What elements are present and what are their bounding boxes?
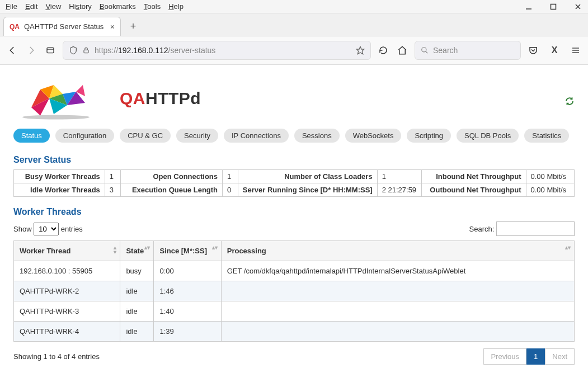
menu-bookmarks[interactable]: Bookmarks [100,2,136,11]
window-controls [522,1,585,12]
close-icon[interactable] [571,1,585,12]
status-value: 0.00 Mbit/s [526,170,574,183]
status-value: 3 [105,183,120,197]
forward-icon[interactable] [25,44,38,57]
show-label: Show [13,225,32,233]
menu-file[interactable]: File [6,2,17,11]
status-value: 0 [223,183,238,197]
nav-pill[interactable]: CPU & GC [120,129,171,143]
datatable-info: Showing 1 to 4 of 4 entries [13,352,100,361]
search-icon [421,46,429,54]
cell-state: busy [120,261,154,281]
tab-bar: QA QAHTTPd Server Status × + [0,13,588,36]
table-row: QAHTTPd-WRK-2idle1:46 [14,281,575,301]
svg-point-13 [22,115,90,120]
favicon-icon: QA [10,23,20,31]
nav-pills: StatusConfigurationCPU & GCSecurityIP Co… [13,129,575,143]
browser-menubar: File Edit View History Bookmarks Tools H… [0,0,588,13]
entries-label: entries [61,225,83,233]
datatable-footer: Showing 1 to 4 of 4 entries Previous 1 N… [13,348,575,365]
nav-pill[interactable]: Statistics [524,129,569,143]
nav-pill[interactable]: Scripting [407,129,451,143]
svg-line-9 [426,51,428,54]
cell-thread: QAHTTPd-WRK-3 [14,301,120,322]
status-label: Execution Queue Length [120,183,222,197]
reload-icon[interactable] [377,44,390,57]
minimize-icon[interactable] [522,1,535,12]
back-icon[interactable] [6,44,19,57]
table-row: 192.168.0.100 : 55905busy0:00GET /com/dk… [14,261,575,281]
status-table: Busy Worker Threads1Open Connections1Num… [13,169,575,197]
lock-icon[interactable] [82,46,90,54]
menu-view[interactable]: View [45,2,61,11]
nav-pill[interactable]: Configuration [55,129,114,143]
nav-pill[interactable]: IP Connections [224,129,289,143]
datatable-search-input[interactable] [496,221,575,236]
paginator: Previous 1 Next [483,348,575,365]
menu-edit[interactable]: Edit [25,2,37,11]
menu-tools[interactable]: Tools [144,2,161,11]
cell-thread: 192.168.0.100 : 55905 [14,261,120,281]
cell-since: 0:00 [154,261,221,281]
table-row: QAHTTPd-WRK-4idle1:39 [14,322,575,342]
sort-icon: ▴▾ [114,246,116,254]
cell-thread: QAHTTPd-WRK-2 [14,281,120,301]
bookmark-star-icon[interactable] [356,46,365,55]
menu-history[interactable]: History [69,2,91,11]
cell-state: idle [120,281,154,301]
browser-search-input[interactable]: Search [415,41,521,60]
table-row: QAHTTPd-WRK-3idle1:40 [14,301,575,322]
status-label: Idle Worker Threads [14,183,105,197]
browser-toolbar: https://192.168.0.112/server-status Sear… [0,36,588,65]
cell-state: idle [120,322,154,342]
nav-pill[interactable]: Security [176,129,218,143]
col-header[interactable]: Since [M*:SS]▴▾ [154,241,221,261]
nav-pill[interactable]: Status [13,129,50,143]
col-header[interactable]: Worker Thread▴▾ [14,241,120,261]
tab-title: QAHTTPd Server Status [24,22,106,31]
page-refresh-icon[interactable] [565,96,575,106]
status-value: 1 [105,170,120,183]
window-icon[interactable] [44,44,57,57]
url-bar[interactable]: https://192.168.0.112/server-status [63,41,371,60]
new-tab-button[interactable]: + [125,18,141,34]
maximize-icon[interactable] [547,1,560,12]
cell-since: 1:46 [154,281,221,301]
cell-processing [221,322,574,342]
status-label: Server Running Since [D* HH:MM:SS] [238,183,377,197]
svg-marker-7 [356,46,364,54]
home-icon[interactable] [396,44,409,57]
section-title-status: Server Status [13,155,575,165]
app-header: QAHTTPd [13,70,575,129]
pocket-icon[interactable] [526,44,540,57]
entries-select[interactable]: 10 [34,223,59,235]
workers-table: Worker Thread▴▾State▴▾Since [M*:SS]▴▾Pro… [13,240,575,342]
menu-help[interactable]: Help [168,2,184,11]
cell-state: idle [120,301,154,322]
app-title: QAHTTPd [120,89,201,108]
app-logo-icon [13,76,103,121]
extension-icon[interactable]: X [548,44,561,57]
section-title-workers: Worker Threads [13,207,575,217]
status-value: 0.00 Mbit/s [526,183,574,197]
paginate-next[interactable]: Next [545,348,575,365]
app-menu-icon[interactable] [569,44,582,57]
tab-close-icon[interactable]: × [110,22,115,31]
page-viewport[interactable]: QAHTTPd StatusConfigurationCPU & GCSecur… [0,65,588,387]
nav-pill[interactable]: WebSockets [345,129,402,143]
status-value: 1 [223,170,238,183]
col-header[interactable]: Processing▴▾ [221,241,574,261]
status-value: 1 [377,170,421,183]
nav-pill[interactable]: SQL DB Pools [457,129,519,143]
cell-since: 1:39 [154,322,221,342]
paginate-page-1[interactable]: 1 [526,348,545,365]
status-label: Number of Class Loaders [238,170,377,183]
nav-pill[interactable]: Sessions [294,129,340,143]
status-label: Busy Worker Threads [14,170,105,183]
browser-tab[interactable]: QA QAHTTPd Server Status × [3,17,121,36]
paginate-previous[interactable]: Previous [483,348,526,365]
search-label: Search: [469,225,495,233]
cell-processing [221,281,574,301]
col-header[interactable]: State▴▾ [120,241,154,261]
shield-icon[interactable] [69,46,78,55]
